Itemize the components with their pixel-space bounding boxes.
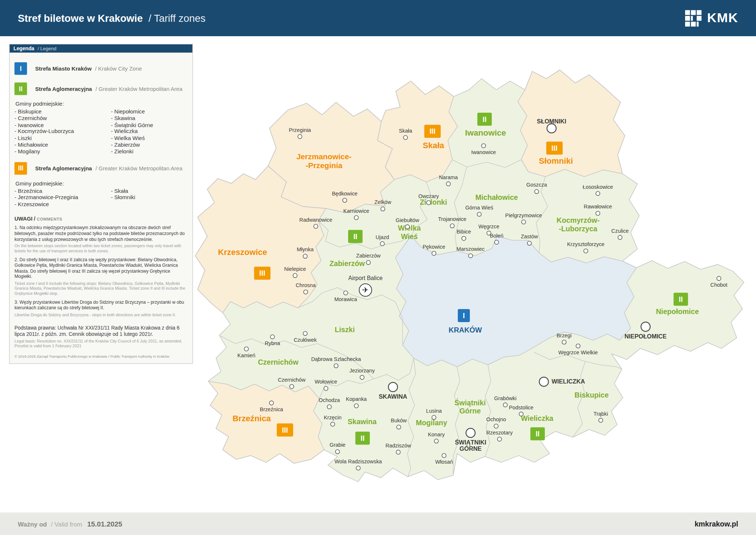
note-3-en: Libertów Droga do Sidziny and Brzyczyna …: [14, 312, 186, 317]
town-dot: [354, 404, 358, 408]
town-label: Narama: [439, 174, 458, 180]
copyright-line: © 2019-2025 Zarząd Transportu Publiczneg…: [14, 354, 186, 359]
zone3-label: Strefa Aglomeracyjna / Greater Kraków Me…: [35, 165, 182, 171]
legend-panel: Legenda / Legend I Strefa Miasto Kraków …: [9, 44, 193, 364]
zone-badge-numeral: II: [679, 295, 683, 303]
municipality-label-biskupice: Biskupice: [574, 391, 609, 399]
legend-body: I Strefa Miasto Kraków / Kraków City Zon…: [10, 52, 192, 363]
zone3-badge: III: [14, 162, 27, 174]
town-dot: [303, 331, 307, 335]
town-dot: [396, 450, 400, 454]
municipality-label-iwanowice: Iwanowice: [465, 128, 506, 137]
town-label: Konary: [428, 432, 445, 437]
town-dot: [331, 422, 335, 426]
zone2-label: Strefa Aglomeracyjna / Greater Kraków Me…: [35, 86, 182, 92]
note-1-en: On the between stops section located wit…: [14, 243, 186, 253]
town-label: Wołowice: [315, 379, 337, 385]
note-2-en: Ticket zone I and II include the followi…: [14, 281, 186, 296]
town-dot: [641, 322, 650, 331]
town-label: Rybna: [265, 340, 280, 346]
municipality-label-niepołomice: Niepołomice: [656, 307, 699, 316]
gmina-item: - Skała: [111, 188, 135, 195]
town-label: Owczary: [418, 193, 439, 199]
town-label: Pękowice: [423, 244, 445, 250]
town-dot: [360, 375, 364, 379]
zone2-label-en: / Greater Kraków Metropolitan Area: [96, 86, 182, 92]
town-label: Nielepice: [284, 266, 306, 272]
municipality-label-czernichów: Czernichów: [258, 358, 299, 366]
town-dot: [468, 254, 472, 258]
zone-badge-numeral: II: [482, 115, 487, 123]
town-label: Górna Wieś: [465, 205, 493, 211]
town-label: Kamień: [237, 352, 255, 358]
town-dot: [334, 364, 338, 368]
town-dot: [343, 198, 347, 202]
gmina-item: - Słomniki: [111, 195, 135, 201]
town-label: Wola Radziszowska: [334, 459, 382, 464]
municipality-label-brzeźnica: Brzeźnica: [233, 414, 271, 423]
gmina-item: - Wielka Wieś: [111, 135, 153, 142]
map-zone-badge-ii: II: [348, 230, 362, 243]
zone-badge-numeral: II: [361, 434, 365, 442]
kmk-logo-icon: [684, 9, 702, 27]
valid-from-pl: Ważny od: [18, 521, 47, 528]
zone2-gminy-list: - Biskupice - Czernichów - Iwanowice - K…: [14, 109, 186, 155]
town-dot: [522, 220, 526, 224]
municipality-label-skawina: Skawina: [348, 418, 377, 426]
valid-from-en: / Valid from: [51, 521, 82, 528]
town-label: Zelków: [374, 199, 391, 205]
zone-badge-numeral: III: [259, 269, 265, 277]
zone-badge-numeral: II: [536, 430, 540, 438]
town-label: Trąbki: [594, 411, 608, 417]
valid-from: Ważny od / Valid from 15.01.2025: [18, 519, 122, 528]
town-dot: [584, 249, 588, 253]
note-1-pl: 1. Na odcinku międzyprzystankowym zlokal…: [14, 225, 186, 242]
town-dot: [576, 344, 580, 348]
town-dot: [427, 201, 431, 205]
town-label: ŚWIĄTNIKIGÓRNE: [455, 439, 486, 452]
town-dot: [519, 412, 523, 416]
town-dot: [596, 211, 600, 215]
municipality-label-zielonki: Zielonki: [420, 198, 447, 206]
town-dot: [366, 260, 370, 265]
gmina-item: - Świątniki Górne: [111, 122, 153, 129]
town-dot: [298, 134, 302, 139]
note-3: 3. Węzły przystankowe Libertów Droga do …: [14, 300, 186, 317]
note-1: 1. Na odcinku międzyprzystankowym zlokal…: [14, 225, 186, 253]
gmina-item: - Czernichów: [14, 115, 111, 122]
town-dot: [495, 240, 499, 244]
town-label: Ochodza: [319, 397, 340, 403]
town-dot: [381, 207, 385, 211]
town-label: Węgrzce Wielkie: [559, 350, 598, 355]
town-label: Iwanowice: [471, 149, 496, 155]
map-zone-badge-ii: II: [355, 432, 370, 444]
town-dot: [344, 291, 348, 295]
town-dot: [432, 415, 436, 419]
town-label: Łososkowice: [583, 184, 613, 190]
kmk-logo: KMK: [684, 9, 738, 27]
municipality-label-michałowice: Michałowice: [475, 193, 518, 201]
town-label: Boleń: [490, 233, 504, 239]
note-3-pl: 3. Węzły przystankowe Libertów Droga do …: [14, 300, 186, 311]
town-label: Ujazd: [375, 234, 389, 240]
zone3-gminy-list: - Brzeźnica - Jerzmanowice-Przeginia - K…: [14, 188, 186, 208]
comments-title: UWAGI / COMMENTS: [14, 216, 186, 222]
town-label: Kopanka: [346, 396, 367, 402]
town-dot: [314, 224, 318, 228]
town-label: Giebułtów: [396, 217, 419, 223]
legend-zone1-row: I Strefa Miasto Kraków / Kraków City Zon…: [14, 62, 186, 75]
legend-zone3-row: III Strefa Aglomeracyjna / Greater Krakó…: [14, 162, 186, 174]
municipality-label-skała: Skała: [423, 141, 444, 150]
town-dot: [380, 242, 384, 246]
town-label: Przeginia: [289, 127, 311, 133]
kmk-logo-text: KMK: [707, 11, 738, 25]
zone-badge-numeral: II: [353, 232, 357, 241]
map-zone-badge-iii: III: [254, 267, 270, 280]
website-link[interactable]: kmkrakow.pl: [695, 520, 738, 528]
town-dot: [596, 191, 600, 195]
municipality-label-kocmyrzów-luborzyca: Kocmyrzów--Luborzyca: [557, 216, 599, 232]
town-label: Goszcza: [526, 182, 547, 188]
gmina-item: - Biskupice: [14, 109, 111, 115]
zone3-label-en: / Greater Kraków Metropolitan Area: [96, 165, 182, 171]
zone1-badge: I: [14, 62, 27, 75]
